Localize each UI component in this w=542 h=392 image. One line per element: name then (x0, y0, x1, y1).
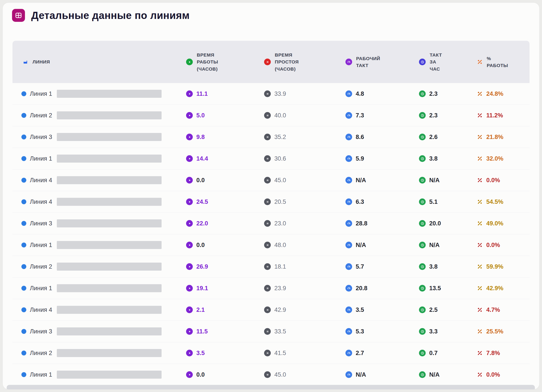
percent-icon (477, 285, 483, 291)
redacted-bar (57, 284, 162, 292)
working-takt-cell: 5.3 (345, 328, 419, 335)
play-circle-icon (186, 371, 193, 378)
pause-circle-icon (264, 350, 271, 356)
pause-circle-icon (264, 112, 271, 119)
idle-hours-value: 48.0 (274, 242, 286, 249)
pause-circle-icon (264, 242, 271, 248)
line-cell: Линия 1 (12, 278, 186, 299)
redacted-bar (57, 133, 162, 141)
working-takt-value: 20.8 (356, 285, 368, 292)
working-takt-value: 8.6 (356, 134, 364, 140)
work-hours-value: 2.1 (196, 306, 205, 313)
pause-circle-icon (264, 306, 271, 313)
takt-per-hour-value: 3.3 (429, 328, 438, 335)
working-takt-value: 6.3 (356, 199, 364, 205)
working-takt-value: 5.9 (356, 155, 364, 162)
gauge-circle-icon (345, 112, 352, 119)
takt-per-hour-value: 2.3 (429, 91, 438, 97)
working-takt-value: 2.7 (356, 350, 364, 357)
line-label: Линия 2 (30, 112, 52, 119)
working-takt-cell: 5.9 (345, 155, 419, 162)
idle-hours-value: 33.9 (274, 91, 286, 97)
idle-hours-value: 45.0 (274, 177, 286, 184)
pause-circle-icon (264, 263, 271, 270)
work-hours-value: 0.0 (196, 177, 205, 184)
gauge-circle-icon (345, 155, 352, 162)
idle-hours-cell: 45.0 (264, 371, 345, 378)
percent-cell: 4.7% (477, 306, 530, 313)
redacted-bar (57, 176, 162, 184)
pause-circle-icon (264, 285, 271, 291)
line-dot-icon (22, 351, 26, 355)
gauge-circle-icon (345, 59, 352, 65)
working-takt-value: 7.3 (356, 112, 364, 119)
idle-hours-cell: 23.0 (264, 220, 345, 227)
working-takt-value: 5.3 (356, 328, 364, 335)
pause-circle-icon (264, 220, 271, 227)
table-row: Линия 1 0.0 45.0 (12, 364, 530, 386)
table-row: Линия 4 0.0 45.0 (12, 170, 530, 191)
play-circle-icon (186, 177, 193, 183)
gauge-circle-icon (345, 371, 352, 378)
column-header-working-takt: РАБОЧИЙ ТАКТ (345, 55, 419, 69)
line-cell: Линия 3 (12, 213, 186, 234)
takt-per-hour-cell: N/A (419, 371, 477, 378)
line-cell: Линия 4 (12, 170, 186, 191)
pause-circle-icon (264, 177, 271, 183)
line-cell: Линия 1 (12, 83, 186, 104)
work-hours-cell: 24.5 (186, 199, 264, 205)
table-row: Линия 2 3.5 41.5 (12, 342, 530, 364)
idle-hours-value: 23.0 (274, 220, 286, 227)
work-hours-cell: 2.1 (186, 306, 264, 313)
percent-value: 0.0% (486, 177, 500, 184)
idle-hours-value: 30.6 (274, 155, 286, 162)
idle-hours-value: 42.9 (274, 306, 286, 313)
idle-hours-value: 35.2 (274, 134, 286, 140)
work-hours-cell: 14.4 (186, 155, 264, 162)
takt-per-hour-value: 2.6 (429, 134, 438, 140)
percent-cell: 11.2% (477, 112, 530, 119)
line-cell: Линия 3 (12, 321, 186, 342)
redacted-bar (57, 371, 162, 379)
work-hours-value: 0.0 (196, 242, 205, 249)
factory-icon (22, 59, 28, 65)
line-cell: Линия 1 (12, 234, 186, 256)
line-cell: Линия 1 (12, 364, 186, 385)
work-hours-value: 26.9 (196, 263, 208, 270)
column-header-idle-time: ВРЕМЯ ПРОСТОЯ (ЧАСОВ) (264, 51, 345, 73)
percent-cell: 54.5% (477, 199, 530, 205)
work-hours-value: 3.5 (196, 350, 205, 357)
percent-cell: 7.8% (477, 350, 530, 357)
work-hours-cell: 11.5 (186, 328, 264, 335)
percent-value: 11.2% (486, 112, 503, 119)
idle-hours-cell: 33.9 (264, 91, 345, 97)
work-hours-value: 11.5 (196, 328, 208, 335)
table-body: Линия 1 11.1 33.9 (12, 83, 530, 386)
work-hours-cell: 9.8 (186, 134, 264, 140)
line-label: Линия 3 (30, 220, 52, 227)
redacted-bar (57, 90, 162, 98)
clock-circle-icon (419, 306, 426, 313)
line-dot-icon (22, 113, 26, 118)
table-row: Линия 2 26.9 18.1 (12, 256, 530, 278)
working-takt-cell: 7.3 (345, 112, 419, 119)
line-label: Линия 4 (30, 199, 52, 205)
line-cell: Линия 2 (12, 342, 186, 364)
clock-circle-icon (419, 285, 426, 291)
working-takt-cell: 2.7 (345, 350, 419, 357)
takt-per-hour-cell: 3.8 (419, 155, 477, 162)
takt-per-hour-cell: N/A (419, 177, 477, 184)
column-header-work-time: ВРЕМЯ РАБОТЫ (ЧАСОВ) (186, 51, 264, 73)
work-hours-cell: 0.0 (186, 177, 264, 184)
pause-circle-icon (264, 371, 271, 378)
percent-cell: 0.0% (477, 177, 530, 184)
section-header: Детальные данные по линиям (3, 3, 539, 22)
percent-value: 54.5% (486, 199, 504, 205)
percent-value: 21.8% (486, 134, 504, 140)
working-takt-cell: 4.8 (345, 91, 419, 97)
gauge-circle-icon (345, 134, 352, 140)
clock-circle-icon (419, 199, 426, 205)
takt-per-hour-value: 2.3 (429, 112, 438, 119)
percent-icon (477, 220, 483, 226)
working-takt-cell: 28.8 (345, 220, 419, 227)
